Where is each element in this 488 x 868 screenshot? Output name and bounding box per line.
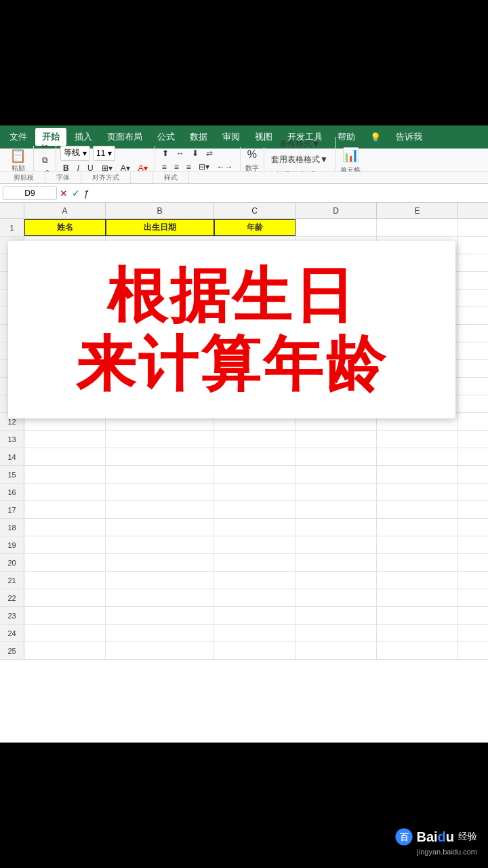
table-row: 18 <box>0 519 488 536</box>
baidu-paw-icon: 百 <box>394 827 413 846</box>
menu-pagelayout[interactable]: 页面布局 <box>100 128 149 146</box>
indent-button[interactable]: ←→ <box>214 161 236 173</box>
row-header-1: 1 <box>0 219 24 236</box>
clipboard-label: 剪贴板 <box>3 172 45 183</box>
cell-a1[interactable]: 姓名 <box>24 219 106 236</box>
table-format-button[interactable]: 套用表格格式▼ <box>268 153 331 167</box>
row-header-13: 13 <box>0 431 24 448</box>
row-header-24: 24 <box>0 625 24 642</box>
align-bottom-button[interactable]: ⬇ <box>189 147 201 159</box>
table-row: 24 <box>0 625 488 642</box>
table-row: 21 <box>0 572 488 589</box>
column-headers: A B C D E <box>0 203 488 219</box>
menu-data[interactable]: 数据 <box>183 128 214 146</box>
conditional-format-button[interactable]: 条件格式▼ <box>268 137 331 151</box>
formula-icons: ✕ ✓ ƒ <box>60 188 89 199</box>
row-header-20: 20 <box>0 554 24 571</box>
table-row: 16 <box>0 484 488 501</box>
align-left-button[interactable]: ≡ <box>159 161 169 173</box>
table-row: 23 <box>0 607 488 625</box>
confirm-formula-icon[interactable]: ✓ <box>72 188 80 199</box>
row-header-15: 15 <box>0 466 24 483</box>
row-header-16: 16 <box>0 484 24 500</box>
copy-button[interactable]: ⧉ <box>38 154 52 166</box>
align-middle-button[interactable]: ↔ <box>174 147 187 159</box>
row-header-22: 22 <box>0 589 24 606</box>
top-black-bar <box>0 0 488 125</box>
cell-d1[interactable] <box>296 219 377 236</box>
menu-insert[interactable]: 插入 <box>68 128 99 146</box>
style-label: 样式 <box>153 172 189 183</box>
font-label: 字体 <box>45 172 81 183</box>
baidu-brand-text: Baidu <box>416 829 454 845</box>
baidu-logo: 百 Baidu 经验 <box>394 827 477 846</box>
table-row: 19 <box>0 536 488 554</box>
table-row: 20 <box>0 554 488 572</box>
table-row: 15 <box>0 466 488 484</box>
corner-cell <box>0 203 24 218</box>
table-row: 25 <box>0 642 488 660</box>
col-header-d[interactable]: D <box>296 203 377 218</box>
bottom-black-bar: 百 Baidu 经验 jingyan.baidu.com <box>0 743 488 868</box>
excel-app: 文件 开始 插入 页面布局 公式 数据 审阅 视图 开发工具 帮助 💡 告诉我 … <box>0 125 488 743</box>
table-row: 17 <box>0 501 488 519</box>
table-row: 14 <box>0 448 488 466</box>
menu-review[interactable]: 审阅 <box>216 128 247 146</box>
cell-reference-box[interactable]: D9 <box>3 186 57 200</box>
table-row: 1 姓名 出生日期 年龄 <box>0 219 488 237</box>
overlay-line1: 根据生日 <box>107 261 357 330</box>
formula-bar: D9 ✕ ✓ ƒ <box>0 184 488 203</box>
overlay-line2: 来计算年龄 <box>76 330 388 398</box>
baidu-sub-url: jingyan.baidu.com <box>417 848 477 856</box>
row-header-17: 17 <box>0 501 24 518</box>
row-header-19: 19 <box>0 536 24 553</box>
alignment-label: 对齐方式 <box>81 172 131 183</box>
menu-tellme[interactable]: 告诉我 <box>389 128 429 146</box>
insert-function-icon[interactable]: ƒ <box>84 188 89 199</box>
number-section-label <box>131 172 153 183</box>
menu-help[interactable]: 帮助 <box>331 128 362 146</box>
font-name-selector[interactable]: 等线 ▾ <box>60 146 90 161</box>
row-header-21: 21 <box>0 572 24 589</box>
cell-e1[interactable] <box>377 219 458 236</box>
svg-text:百: 百 <box>400 833 409 842</box>
baidu-watermark: 百 Baidu 经验 jingyan.baidu.com <box>394 827 477 856</box>
cut-button[interactable]: ✂ <box>38 140 52 153</box>
align-right-button[interactable]: ≡ <box>184 161 194 173</box>
formula-input[interactable] <box>92 189 485 198</box>
col-header-e[interactable]: E <box>377 203 458 218</box>
table-row: 13 <box>0 431 488 448</box>
cells-button[interactable]: 📊 <box>340 145 362 164</box>
font-size-selector[interactable]: 11 ▾ <box>93 146 115 161</box>
row-header-18: 18 <box>0 519 24 536</box>
col-header-a[interactable]: A <box>24 203 106 218</box>
col-header-c[interactable]: C <box>214 203 296 218</box>
table-row: 22 <box>0 589 488 607</box>
row-header-23: 23 <box>0 607 24 624</box>
wrap-text-button[interactable]: ⇌ <box>203 147 216 159</box>
ribbon-section-labels: 剪贴板 字体 对齐方式 样式 <box>0 172 488 184</box>
toolbar-row1: 📋 粘贴 ✂ ⧉ 🖌 等线 ▾ 11 ▾ B I U <box>0 149 488 172</box>
paste-button[interactable]: 📋 粘贴 <box>3 146 34 174</box>
menu-file[interactable]: 文件 <box>3 128 34 146</box>
baidu-jingyan-label: 经验 <box>458 831 477 843</box>
cell-c1[interactable]: 年龄 <box>214 219 296 236</box>
align-top-button[interactable]: ⬆ <box>159 147 171 159</box>
col-header-b[interactable]: B <box>106 203 214 218</box>
align-center-button[interactable]: ≡ <box>171 161 182 173</box>
merge-button[interactable]: ⊟▾ <box>196 161 212 173</box>
overlay-card: 根据生日 来计算年龄 <box>8 241 455 418</box>
cancel-formula-icon[interactable]: ✕ <box>60 188 68 199</box>
percent-button[interactable]: % <box>245 147 260 162</box>
menu-formula[interactable]: 公式 <box>150 128 182 146</box>
row-header-14: 14 <box>0 448 24 465</box>
cell-b1[interactable]: 出生日期 <box>106 219 214 236</box>
row-header-25: 25 <box>0 642 24 659</box>
spreadsheet: A B C D E 1 姓名 出生日期 年龄 2 <box>0 203 488 743</box>
menu-lightbulb[interactable]: 💡 <box>363 130 388 145</box>
